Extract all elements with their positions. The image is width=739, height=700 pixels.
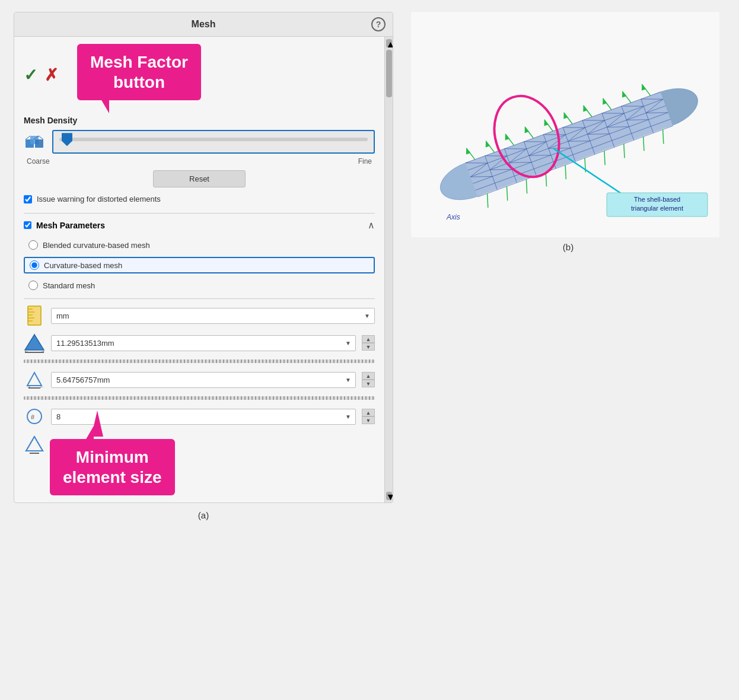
min-elem-down[interactable]: ▼ <box>362 380 375 387</box>
panel-scroll-container: ✓ ✗ Mesh Factor button Mesh Density <box>14 37 393 502</box>
main-container: Mesh ? ✓ ✗ Mesh Factor button <box>14 12 725 520</box>
svg-line-5 <box>39 136 43 139</box>
mesh-density-slider-container <box>52 130 375 154</box>
radio-standard-label: Standard mesh <box>43 281 95 290</box>
warning-label: Issue warning for distorted elements <box>37 195 161 203</box>
svg-text:The shell-based: The shell-based <box>634 196 680 203</box>
svg-marker-23 <box>26 437 43 451</box>
ruler-icon <box>24 305 45 326</box>
panel-box: Mesh ? ✓ ✗ Mesh Factor button <box>14 12 393 503</box>
mesh-params-header: Mesh Parameters ∧ <box>24 219 375 231</box>
bottom-callout-container: Minimum element size <box>50 434 175 495</box>
circle-count-icon: # <box>24 406 45 427</box>
min-elem-dropdown-container: 5.64756757mm ▼ <box>51 372 356 388</box>
mesh-svg: The shell-based triangular element Axis <box>411 12 719 237</box>
max-elem-up[interactable]: ▲ <box>362 335 375 343</box>
svg-marker-22 <box>26 437 43 451</box>
max-elem-down[interactable]: ▼ <box>362 343 375 351</box>
circle-count-down[interactable]: ▼ <box>362 416 375 424</box>
slider-labels: Coarse Fine <box>24 157 375 166</box>
svg-text:→: → <box>40 349 45 354</box>
radio-standard[interactable] <box>28 281 38 290</box>
max-elem-dropdown-container: 11.29513513mm ▼ <box>51 335 356 351</box>
panel-main-content: ✓ ✗ Mesh Factor button Mesh Density <box>14 37 384 502</box>
max-elem-select[interactable]: 11.29513513mm <box>51 335 356 351</box>
circle-count-spinner: ▲ ▼ <box>362 409 375 424</box>
max-elem-stepper-track <box>24 359 375 363</box>
help-button[interactable]: ? <box>371 17 386 31</box>
svg-marker-12 <box>25 335 44 350</box>
svg-text:#: # <box>31 413 35 421</box>
min-elem-icon: → ← <box>24 369 45 390</box>
footer-label-b-row: (b) <box>411 242 725 252</box>
coarse-label: Coarse <box>27 157 50 166</box>
max-elem-row: ← → 11.29513513mm ▼ ▲ <box>24 332 375 354</box>
warning-checkbox-row: Issue warning for distorted elements <box>24 195 375 203</box>
min-element-label: Minimum element size <box>63 448 162 486</box>
bottom-annotation-callout: Minimum element size <box>50 439 175 495</box>
radio-standard-row: Standard mesh <box>24 278 375 292</box>
unit-dropdown-container: mm cm m in ▼ <box>51 308 375 324</box>
collapse-arrow-icon[interactable]: ∧ <box>368 219 375 231</box>
mesh-params-checkbox[interactable] <box>24 221 31 229</box>
radio-blended-row: Blended curvature-based mesh <box>24 238 375 252</box>
svg-text:←: ← <box>24 349 28 354</box>
circle-count-up[interactable]: ▲ <box>362 409 375 416</box>
svg-text:←: ← <box>39 384 44 390</box>
panel-header: Mesh ? <box>14 12 393 37</box>
min-elem-up[interactable]: ▲ <box>362 372 375 380</box>
scroll-down-btn[interactable]: ▼ <box>386 492 392 500</box>
mesh-density-label: Mesh Density <box>24 116 375 125</box>
unit-row: mm cm m in ▼ <box>24 305 375 326</box>
radio-blended-label: Blended curvature-based mesh <box>43 241 150 250</box>
max-elem-spinner: ▲ ▼ <box>362 335 375 351</box>
divider-2 <box>24 298 375 299</box>
fine-label: Fine <box>358 157 372 166</box>
mesh-params-label: Mesh Parameters <box>36 221 105 230</box>
footer-label-a-row: (a) <box>14 510 393 520</box>
mesh-factor-annotation-area: Mesh Factor button <box>65 44 201 100</box>
bottom-annotation-wrapper: Minimum element size <box>24 434 375 495</box>
radio-blended[interactable] <box>28 240 38 250</box>
radio-curvature-label: Curvature-based mesh <box>44 261 122 270</box>
left-panel: Mesh ? ✓ ✗ Mesh Factor button <box>14 12 393 520</box>
footer-label-b: (b) <box>563 242 574 252</box>
svg-text:triangular element: triangular element <box>631 205 683 212</box>
axis-text: Axis <box>446 213 460 221</box>
warning-checkbox[interactable] <box>24 195 32 203</box>
panel-inner-content: ✓ ✗ Mesh Factor button Mesh Density <box>14 37 384 502</box>
divider-1 <box>24 213 375 214</box>
svg-marker-16 <box>27 373 42 386</box>
min-elem-row: → ← 5.64756757mm ▼ <box>24 369 375 390</box>
svg-text:→: → <box>26 384 31 390</box>
panel-title: Mesh <box>143 19 265 30</box>
confirm-icon[interactable]: ✓ <box>24 65 37 85</box>
right-panel: The shell-based triangular element Axis … <box>411 12 725 520</box>
unit-select[interactable]: mm cm m in <box>51 308 375 324</box>
max-elem-icon: ← → <box>24 332 45 354</box>
toolbar-row: ✓ ✗ Mesh Factor button <box>24 44 375 106</box>
mesh-visual-container: The shell-based triangular element Axis <box>411 12 719 237</box>
mesh-params-left: Mesh Parameters <box>24 221 105 230</box>
reset-button[interactable]: Reset <box>153 170 246 187</box>
min-elem-stepper-track <box>24 396 375 400</box>
radio-curvature-row: Curvature-based mesh <box>24 257 375 273</box>
min-elem-select[interactable]: 5.64756757mm <box>51 372 356 388</box>
footer-label-a: (a) <box>198 510 209 520</box>
slider-track <box>59 138 368 141</box>
bottom-annotation-icon <box>24 434 45 456</box>
cancel-icon[interactable]: ✗ <box>44 65 58 85</box>
scroll-up-btn[interactable]: ▲ <box>386 39 392 47</box>
scroll-thumb[interactable] <box>386 50 392 97</box>
mesh-factor-callout: Mesh Factor button <box>77 44 201 100</box>
mesh-factor-label: Mesh Factor button <box>90 53 188 91</box>
min-elem-spinner: ▲ ▼ <box>362 372 375 387</box>
min-elem-wrapper: → ← 5.64756757mm ▼ <box>24 369 375 400</box>
radio-curvature[interactable] <box>30 260 39 270</box>
svg-rect-2 <box>35 139 43 148</box>
density-row <box>24 130 375 154</box>
mesh-density-icon <box>24 131 46 153</box>
panel-scrollbar[interactable]: ▲ ▼ <box>384 37 393 502</box>
svg-line-3 <box>26 136 30 139</box>
